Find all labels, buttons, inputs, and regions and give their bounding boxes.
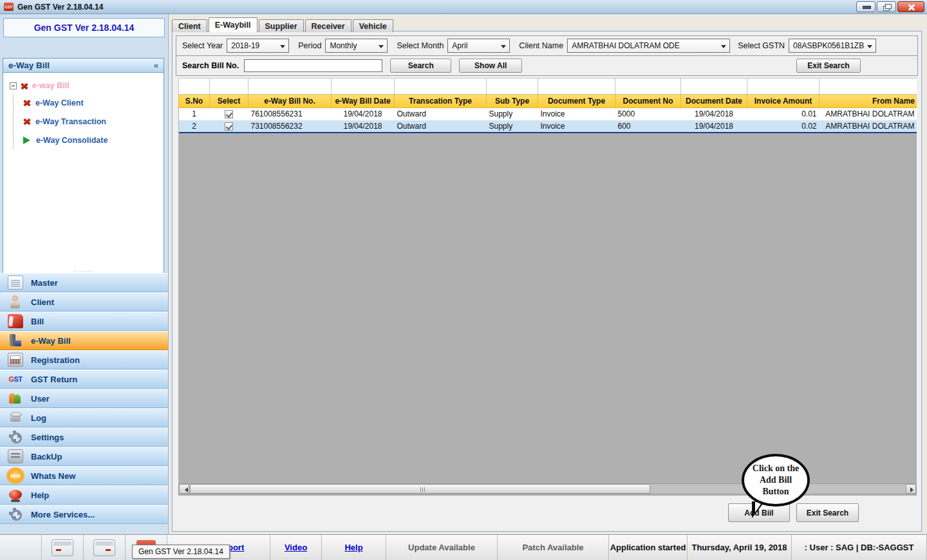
cell-document-type: Invoice [538, 120, 615, 133]
select-gstn-label: Select GSTN [738, 41, 785, 50]
sidebar-item-backup[interactable]: BackUp [0, 447, 168, 466]
backup-icon [8, 449, 23, 463]
tab-receiver[interactable]: Receiver [305, 19, 351, 32]
close-icon [908, 5, 915, 10]
close-button[interactable] [897, 1, 924, 12]
col-header-bill-date[interactable]: e-Way Bill Date [332, 95, 395, 108]
sidebar-item-whats-new[interactable]: NEW Whats New [0, 466, 168, 485]
help-link[interactable]: Help [322, 535, 386, 560]
col-header-document-type[interactable]: Document Type [538, 95, 615, 108]
tree-collapse-icon[interactable] [10, 82, 17, 89]
tree-item-eway-client[interactable]: e-Way Client [23, 93, 164, 112]
minimize-button[interactable] [856, 1, 876, 12]
tab-e-waybill[interactable]: E-Waybill [209, 17, 258, 32]
restore-button[interactable] [877, 1, 896, 12]
table-row[interactable]: 2 731008556232 19/04/2018 Outward Supply… [179, 120, 917, 133]
cell-transaction-type: Outward [395, 108, 487, 120]
sidebar-version-label: Gen GST Ver 2.18.04.14 [34, 23, 135, 33]
cell-invoice-amount: 0.01 [747, 108, 819, 120]
statusbar-icon-cell[interactable] [0, 535, 42, 560]
log-icon [8, 411, 23, 425]
sidebar-item-gst-return[interactable]: GST GST Return [0, 369, 168, 389]
exit-search-button-top[interactable]: Exit Search [796, 59, 861, 73]
search-bill-no-input[interactable] [244, 59, 382, 72]
help-button-icon [8, 488, 23, 502]
col-header-document-date[interactable]: Document Date [681, 95, 747, 108]
select-month-dropdown[interactable]: April [447, 39, 510, 53]
col-header-sno[interactable]: S.No [179, 95, 210, 108]
cell-bill-date: 19/04/2018 [332, 108, 395, 120]
callout-bubble: Click on the Add Bill Button [742, 454, 810, 507]
scrollbar-thumb[interactable] [190, 484, 650, 494]
select-month-label: Select Month [397, 41, 444, 50]
eway-bill-panel: e-Way Bill « e-way Bill e-Way Client [3, 58, 164, 282]
video-link[interactable]: Video [270, 535, 322, 560]
show-all-button[interactable]: Show All [459, 59, 522, 73]
row-select-checkbox[interactable] [225, 122, 233, 131]
sidebar-item-registration[interactable]: Registration [0, 350, 168, 369]
sidebar-item-master[interactable]: Master [0, 273, 168, 292]
eway-node-icon [23, 117, 32, 126]
sidebar-item-settings[interactable]: Settings [0, 427, 168, 447]
sidebar-item-log[interactable]: Log [0, 408, 168, 427]
cell-from-name: AMRATBHAI DOLATRAM [819, 108, 917, 120]
client-name-dropdown[interactable]: AMRATBHAI DOLATRAM ODE [567, 39, 730, 53]
settings-gear-icon [8, 430, 23, 444]
col-header-sub-type[interactable]: Sub Type [487, 95, 538, 108]
sidebar: Gen GST Ver 2.18.04.14 e-Way Bill « e-wa… [0, 14, 169, 534]
scroll-right-arrow-icon[interactable] [906, 484, 916, 494]
sidebar-item-eway-bill[interactable]: e-Way Bill [0, 331, 168, 350]
filter-row: Select Year 2018-19 Period Monthly Selec… [176, 36, 917, 56]
cell-sno: 2 [179, 120, 210, 133]
titlebar: GST Gen GST Ver 2.18.04.14 [0, 0, 927, 14]
period-dropdown[interactable]: Monthly [325, 39, 388, 53]
col-header-from-name[interactable]: From Name [819, 95, 917, 108]
master-icon [8, 275, 23, 290]
statusbar-icon-cell[interactable] [42, 535, 84, 560]
window-title: Gen GST Ver 2.18.04.14 [17, 3, 103, 12]
eway-node-icon [20, 82, 29, 90]
tab-client[interactable]: Client [172, 19, 207, 32]
exit-search-button-bottom[interactable]: Exit Search [796, 503, 859, 522]
tab-vehicle[interactable]: Vehicle [353, 19, 393, 32]
sidebar-item-help[interactable]: Help [0, 485, 168, 505]
col-header-invoice-amount[interactable]: Invoice Amount [747, 95, 819, 108]
version-tooltip: Gen GST Ver 2.18.04.14 [132, 545, 230, 559]
tree-item-eway-consolidate[interactable]: e-Way Consolidate [23, 131, 164, 149]
col-header-select[interactable]: Select [210, 95, 248, 108]
col-header-bill-no[interactable]: e-Way Bill No. [248, 95, 332, 108]
col-header-document-no[interactable]: Document No [615, 95, 681, 108]
statusbar-icon-cell[interactable] [84, 535, 126, 560]
select-year-dropdown[interactable]: 2018-19 [227, 39, 289, 53]
sidebar-item-client[interactable]: Client [0, 292, 168, 312]
tab-supplier[interactable]: Supplier [259, 19, 304, 32]
tree-item-eway-transaction[interactable]: e-Way Transaction [23, 112, 164, 131]
main-area: Client E-Waybill Supplier Receiver Vehic… [169, 14, 927, 534]
table-row[interactable]: 1 761008556231 19/04/2018 Outward Supply… [179, 108, 917, 120]
cell-bill-no: 731008556232 [248, 120, 332, 133]
statusbar-user-db: : User : SAG | DB:-SAGGST [792, 535, 927, 560]
select-gstn-dropdown[interactable]: 08ASBPK0561B1ZB [789, 39, 876, 53]
bill-icon [8, 314, 23, 328]
sidebar-version-box: Gen GST Ver 2.18.04.14 [3, 18, 165, 37]
cell-sub-type: Supply [487, 120, 538, 133]
tree-root-eway-bill[interactable]: e-way Bill [10, 78, 164, 93]
cell-document-date: 19/04/2018 [681, 120, 747, 133]
collapse-panel-icon[interactable]: « [154, 61, 158, 70]
cell-sno: 1 [179, 108, 210, 120]
col-header-transaction-type[interactable]: Transcation Type [395, 95, 487, 108]
sidebar-item-user[interactable]: User [0, 389, 168, 408]
sidebar-item-more-services[interactable]: More Services... [0, 505, 168, 524]
select-year-label: Select Year [182, 41, 223, 50]
row-select-checkbox[interactable] [225, 110, 233, 118]
eway-node-icon [23, 98, 32, 107]
app-window: GST Gen GST Ver 2.18.04.14 Gen GST Ver 2… [0, 0, 927, 560]
sidebar-item-bill[interactable]: Bill [0, 312, 168, 331]
eway-panel-header: e-Way Bill « [3, 59, 164, 73]
scroll-left-arrow-icon[interactable] [179, 484, 189, 494]
bill-grid-area: S.No Select e-Way Bill No. e-Way Bill Da… [178, 78, 917, 496]
patch-available-status: Patch Available [498, 535, 609, 560]
panel-left-icon [52, 539, 73, 556]
search-button[interactable]: Search [390, 59, 451, 73]
update-available-status: Update Available [386, 535, 498, 560]
